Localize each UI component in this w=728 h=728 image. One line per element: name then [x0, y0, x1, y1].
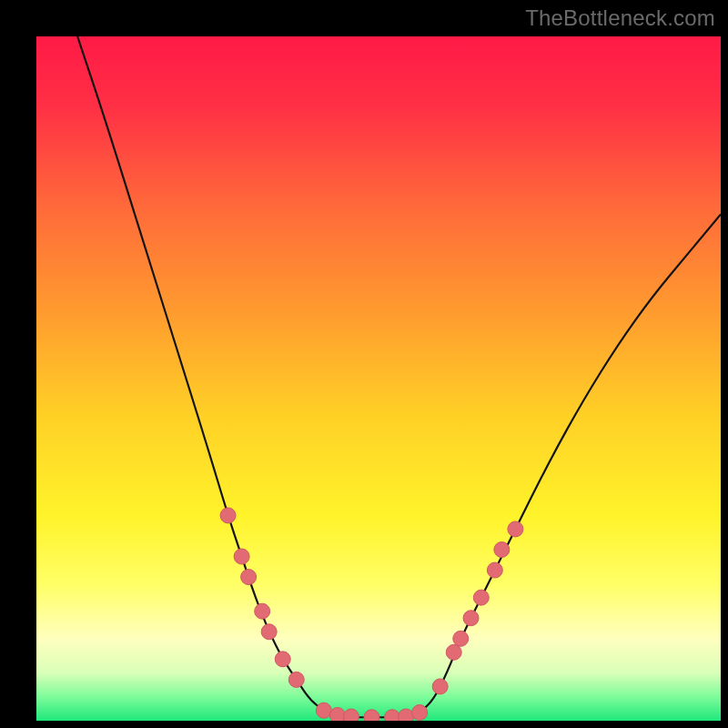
chart-curves	[36, 36, 721, 721]
data-markers	[220, 508, 523, 721]
data-marker	[473, 590, 489, 605]
data-marker	[494, 542, 510, 558]
data-marker	[234, 549, 249, 564]
data-marker	[329, 707, 345, 721]
data-marker	[288, 672, 304, 687]
right-curve	[406, 215, 721, 718]
data-marker	[399, 709, 414, 721]
data-marker	[275, 652, 290, 667]
data-marker	[385, 710, 400, 721]
data-marker	[453, 631, 469, 646]
outer-black-frame: TheBottleneck.com	[0, 0, 728, 728]
data-marker	[508, 521, 523, 537]
data-marker	[364, 710, 379, 721]
data-marker	[343, 709, 359, 721]
data-marker	[487, 562, 502, 578]
data-marker	[463, 611, 479, 626]
data-marker	[255, 603, 270, 619]
data-marker	[412, 704, 428, 720]
plot-area	[36, 36, 721, 721]
data-marker	[220, 508, 236, 523]
data-marker	[432, 679, 448, 694]
data-marker	[316, 703, 331, 718]
watermark-text: TheBottleneck.com	[525, 5, 715, 31]
data-marker	[446, 644, 461, 660]
left-curve	[77, 36, 351, 717]
data-marker	[241, 570, 257, 585]
data-marker	[261, 624, 277, 640]
